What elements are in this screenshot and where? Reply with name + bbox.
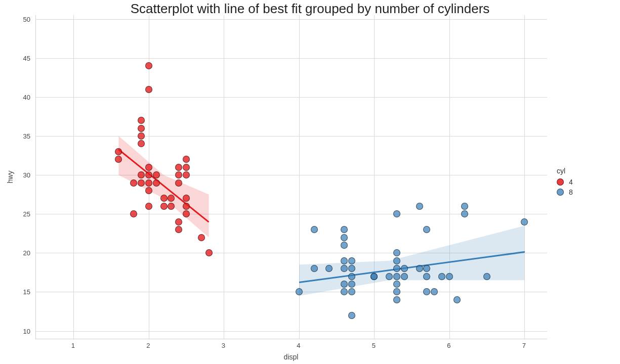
x-tick: 5 bbox=[372, 342, 376, 349]
data-point bbox=[160, 195, 168, 202]
data-point bbox=[348, 288, 355, 295]
x-tick: 6 bbox=[447, 342, 450, 349]
data-point bbox=[296, 288, 303, 295]
y-tick: 10 bbox=[0, 327, 30, 335]
x-axis-label: displ bbox=[35, 353, 547, 361]
data-point bbox=[393, 265, 400, 272]
legend-label: 4 bbox=[569, 178, 573, 186]
legend-item-4: 4 bbox=[557, 178, 573, 186]
data-point bbox=[370, 273, 378, 280]
data-point bbox=[145, 164, 152, 171]
x-tick: 4 bbox=[297, 342, 300, 349]
data-point bbox=[341, 226, 348, 233]
y-tick: 50 bbox=[0, 15, 30, 23]
data-point bbox=[423, 226, 430, 233]
data-point bbox=[393, 210, 400, 217]
data-point bbox=[168, 195, 175, 202]
data-point bbox=[341, 257, 348, 264]
data-point bbox=[160, 203, 168, 210]
plot-area bbox=[35, 15, 547, 339]
data-point bbox=[145, 203, 152, 210]
data-point bbox=[423, 273, 430, 280]
data-point bbox=[325, 265, 333, 272]
data-point bbox=[416, 203, 423, 210]
legend-swatch-red bbox=[557, 178, 564, 186]
data-point bbox=[483, 273, 490, 280]
data-point bbox=[130, 179, 137, 187]
data-point bbox=[175, 164, 182, 171]
data-point bbox=[348, 257, 355, 264]
data-point bbox=[386, 273, 393, 280]
data-point bbox=[431, 288, 438, 295]
data-point bbox=[341, 288, 348, 295]
x-tick: 3 bbox=[222, 342, 225, 349]
y-tick: 45 bbox=[0, 54, 30, 62]
data-point bbox=[175, 226, 182, 233]
data-point bbox=[348, 273, 355, 280]
data-point bbox=[175, 218, 182, 225]
data-point bbox=[461, 203, 468, 210]
data-point bbox=[453, 296, 461, 303]
data-point bbox=[145, 171, 152, 178]
data-point bbox=[138, 140, 145, 147]
data-point bbox=[183, 195, 190, 202]
data-point bbox=[183, 156, 190, 163]
y-tick: 25 bbox=[0, 210, 30, 218]
data-point bbox=[341, 234, 348, 241]
data-point bbox=[153, 179, 160, 187]
data-point bbox=[115, 148, 122, 155]
data-point bbox=[341, 281, 348, 288]
data-point bbox=[423, 288, 430, 295]
data-point bbox=[423, 265, 430, 272]
data-point bbox=[348, 281, 355, 288]
data-point bbox=[393, 257, 400, 264]
data-point bbox=[393, 281, 400, 288]
data-point bbox=[341, 265, 348, 272]
confidence-band bbox=[299, 225, 525, 296]
x-tick: 2 bbox=[146, 342, 150, 349]
data-point bbox=[130, 210, 137, 217]
data-point bbox=[348, 312, 355, 319]
data-point bbox=[115, 156, 122, 163]
data-point bbox=[183, 203, 190, 210]
data-point bbox=[138, 125, 145, 132]
data-point bbox=[138, 117, 145, 124]
y-tick: 35 bbox=[0, 132, 30, 140]
y-tick: 15 bbox=[0, 288, 30, 296]
data-point bbox=[348, 265, 355, 272]
data-point bbox=[138, 171, 145, 178]
legend: cyl 4 8 bbox=[557, 167, 573, 198]
data-point bbox=[145, 62, 152, 69]
data-point bbox=[311, 226, 318, 233]
data-point bbox=[401, 273, 408, 280]
data-point bbox=[138, 132, 145, 140]
chart-title: Scatterplot with line of best fit groupe… bbox=[0, 1, 620, 17]
x-tick: 1 bbox=[71, 342, 75, 349]
legend-swatch-blue bbox=[557, 189, 564, 196]
data-point bbox=[205, 249, 213, 256]
data-point bbox=[401, 265, 408, 272]
data-point bbox=[393, 288, 400, 295]
data-point bbox=[145, 179, 152, 187]
data-point bbox=[175, 179, 182, 187]
data-point bbox=[393, 296, 400, 303]
data-point bbox=[145, 187, 152, 194]
data-point bbox=[198, 234, 205, 241]
data-point bbox=[438, 273, 445, 280]
data-point bbox=[153, 171, 160, 178]
y-tick: 20 bbox=[0, 249, 30, 257]
legend-item-8: 8 bbox=[557, 188, 573, 196]
data-point bbox=[183, 171, 190, 178]
data-point bbox=[311, 265, 318, 272]
legend-label: 8 bbox=[569, 188, 573, 196]
data-point bbox=[393, 249, 400, 256]
data-point bbox=[461, 210, 468, 217]
data-point bbox=[138, 179, 145, 187]
data-point bbox=[521, 218, 528, 225]
data-point bbox=[183, 210, 190, 217]
data-point bbox=[145, 86, 152, 93]
legend-title: cyl bbox=[557, 167, 573, 175]
y-tick: 30 bbox=[0, 171, 30, 179]
data-point bbox=[341, 242, 348, 249]
data-point bbox=[175, 171, 182, 178]
